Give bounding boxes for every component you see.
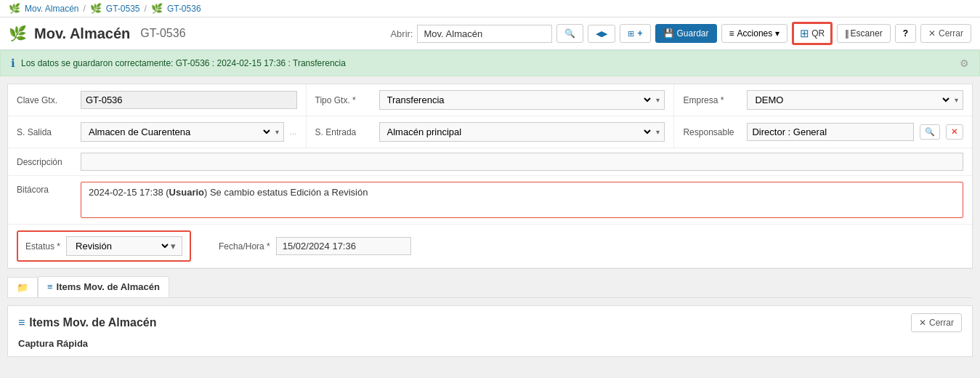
help-icon: ? <box>903 28 908 39</box>
section-close-button[interactable]: ✕ Cerrar <box>911 313 962 332</box>
responsable-clear-icon: ✕ <box>951 127 957 137</box>
help-button[interactable]: ? <box>895 24 916 43</box>
responsable-clear-button[interactable]: ✕ <box>946 124 963 140</box>
close-label: Cerrar <box>939 28 963 39</box>
empresa-select[interactable]: DEMO <box>752 94 952 106</box>
search-icon: 🔍 <box>564 28 575 39</box>
form-area: Clave Gtx. Tipo Gtx. * Transferencia ▾ E… <box>7 84 973 269</box>
descripcion-input[interactable] <box>81 153 963 171</box>
section-close-icon: ✕ <box>919 318 926 328</box>
s-entrada-select-wrapper: Almacén principal ▾ <box>379 122 665 142</box>
s-salida-chevron: ▾ <box>275 128 279 136</box>
breadcrumb-sep-2: / <box>145 4 147 14</box>
captura-rapida-label: Captura Rápida <box>18 338 962 349</box>
section-title: ≡ Items Mov. de Almacén <box>18 316 157 329</box>
success-message: ℹ Los datos se guardaron correctamente: … <box>0 50 980 76</box>
page-title: Mov. Almacén <box>34 25 130 42</box>
tab-folder[interactable]: 📁 <box>7 277 38 297</box>
scan-button[interactable]: ||| Escaner <box>837 24 890 43</box>
s-salida-select[interactable]: Almacen de Cuarentena <box>86 126 272 138</box>
add-icon-plus: + <box>637 28 642 39</box>
bitacora-content[interactable]: 2024-02-15 17:38 (Usuario) Se cambio est… <box>81 182 963 218</box>
breadcrumb-icon-3: 🌿 <box>151 3 163 14</box>
estatus-select-wrapper: Revisión ▾ <box>66 236 182 256</box>
tipo-gtx-cell: Tipo Gtx. * Transferencia ▾ <box>307 84 675 116</box>
fecha-hora-input[interactable] <box>276 237 411 255</box>
fecha-cell: Fecha/Hora * <box>211 233 418 260</box>
page-subtitle: GT-0536 <box>140 27 185 40</box>
s-entrada-label: S. Entrada <box>315 127 373 137</box>
empresa-chevron: ▾ <box>955 96 958 104</box>
tab-items-label: Items Mov. de Almacén <box>57 281 160 292</box>
search-button[interactable]: 🔍 <box>556 24 583 43</box>
header-bar: 🌿 Mov. Almacén GT-0536 Abrir: 🔍 ◀▶ ⊞ + 💾… <box>0 17 980 50</box>
s-entrada-cell: S. Entrada Almacén principal ▾ <box>307 116 675 148</box>
breadcrumb-sep-1: / <box>83 4 85 14</box>
section-header: ≡ Items Mov. de Almacén ✕ Cerrar <box>18 313 962 332</box>
scan-label: Escaner <box>851 28 883 39</box>
tipo-gtx-select-wrapper: Transferencia ▾ <box>379 90 665 110</box>
clave-gtx-input[interactable] <box>81 91 297 109</box>
clave-gtx-cell: Clave Gtx. <box>8 84 307 116</box>
descripcion-label: Descripción <box>17 157 75 167</box>
tipo-gtx-label: Tipo Gtx. * <box>315 95 373 105</box>
responsable-search-icon: 🔍 <box>925 127 935 137</box>
info-icon: ℹ <box>11 57 15 70</box>
form-row-description: Descripción <box>8 148 972 176</box>
bitacora-row: Bitácora 2024-02-15 17:38 (Usuario) Se c… <box>8 176 972 225</box>
close-button[interactable]: ✕ Cerrar <box>920 24 971 43</box>
fecha-hora-label: Fecha/Hora * <box>219 241 270 252</box>
qr-button[interactable]: ⊞ QR <box>792 22 833 45</box>
section-title-icon: ≡ <box>18 316 25 329</box>
bitacora-text-prefix: 2024-02-15 17:38 ( <box>89 187 169 198</box>
breadcrumb-link-1[interactable]: Mov. Almacén <box>25 4 78 14</box>
nav-icon: ◀▶ <box>596 29 607 39</box>
breadcrumb-current: GT-0536 <box>167 4 201 14</box>
s-entrada-select[interactable]: Almacén principal <box>384 126 654 138</box>
s-entrada-chevron: ▾ <box>656 128 660 136</box>
form-row-1: Clave Gtx. Tipo Gtx. * Transferencia ▾ E… <box>8 84 972 116</box>
save-button[interactable]: 💾 Guardar <box>655 24 717 43</box>
s-salida-label: S. Salida <box>17 127 75 137</box>
nav-button[interactable]: ◀▶ <box>588 25 615 43</box>
s-salida-cell: S. Salida Almacen de Cuarentena ▾ … <box>8 116 307 148</box>
tipo-gtx-select[interactable]: Transferencia <box>384 94 654 106</box>
add-button[interactable]: ⊞ + <box>620 24 650 43</box>
save-label: Guardar <box>677 28 709 39</box>
qr-label: QR <box>811 28 825 39</box>
section-title-text: Items Mov. de Almacén <box>29 316 156 329</box>
breadcrumb-link-2[interactable]: GT-0535 <box>106 4 140 14</box>
breadcrumb-icon-2: 🌿 <box>90 3 102 14</box>
folder-icon: 📁 <box>17 282 28 293</box>
add-icon: ⊞ <box>628 29 634 39</box>
acciones-label: Acciones <box>737 28 773 39</box>
estatus-label: Estatus * <box>25 241 60 252</box>
header-controls: Abrir: 🔍 ◀▶ ⊞ + 💾 Guardar ≡ Acciones ▾ ⊞… <box>390 22 971 45</box>
header-icon: 🌿 <box>9 25 27 42</box>
acciones-button[interactable]: ≡ Acciones ▾ <box>721 24 788 43</box>
responsable-label: Responsable <box>683 127 741 137</box>
empresa-label: Empresa * <box>683 95 741 105</box>
estatus-chevron: ▾ <box>171 241 176 252</box>
responsable-input[interactable] <box>747 123 914 141</box>
breadcrumb: 🌿 Mov. Almacén / 🌿 GT-0535 / 🌿 GT-0536 <box>0 0 980 17</box>
bitacora-label: Bitácora <box>17 182 75 218</box>
abrir-input[interactable] <box>417 25 552 43</box>
abrir-label: Abrir: <box>390 28 413 39</box>
bitacora-text-suffix: ) Se cambio estatus Edición a Revisión <box>204 187 368 198</box>
s-salida-select-wrapper: Almacen de Cuarentena ▾ <box>81 122 284 142</box>
acciones-chevron: ▾ <box>775 28 779 39</box>
responsable-cell: Responsable 🔍 ✕ <box>674 116 972 148</box>
tipo-gtx-chevron: ▾ <box>656 96 660 104</box>
responsable-search-button[interactable]: 🔍 <box>920 124 940 140</box>
s-salida-dots: … <box>290 128 297 136</box>
acciones-icon: ≡ <box>729 28 734 39</box>
estatus-select[interactable]: Revisión <box>73 240 171 252</box>
qr-icon: ⊞ <box>800 27 809 40</box>
estatus-row: Estatus * Revisión ▾ Fecha/Hora * <box>8 225 972 268</box>
empresa-select-wrapper: DEMO ▾ <box>747 90 963 110</box>
save-icon: 💾 <box>663 28 674 39</box>
bitacora-text-bold: Usuario <box>169 187 204 198</box>
section-close-label: Cerrar <box>929 318 954 328</box>
tab-items-mov[interactable]: ≡ Items Mov. de Almacén <box>38 276 169 297</box>
